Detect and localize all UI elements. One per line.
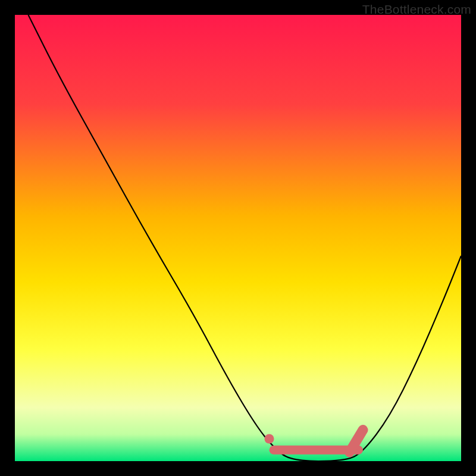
chart-frame: TheBottleneck.com: [0, 0, 476, 476]
attribution-label: TheBottleneck.com: [362, 2, 471, 17]
optimal-start-dot: [265, 434, 274, 444]
gradient-background: [15, 15, 461, 461]
plot-area: [15, 15, 461, 461]
plot-svg: [15, 15, 461, 461]
